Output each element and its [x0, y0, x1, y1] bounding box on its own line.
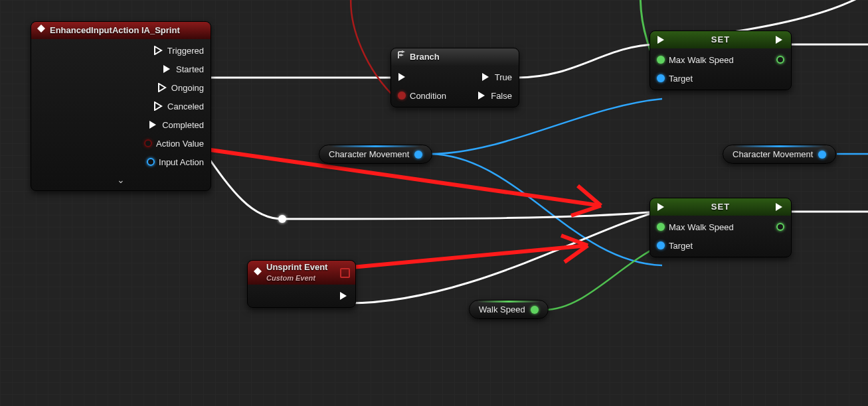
node-set-maxwalkspeed-2[interactable]: SET Max Walk Speed Target [650, 198, 792, 257]
exec-pin-icon [163, 64, 172, 74]
pin-max-walk-speed[interactable]: Max Walk Speed [657, 222, 734, 232]
pin-false[interactable]: False [477, 91, 512, 101]
node-title: SET [711, 31, 730, 48]
pin-exec-in[interactable] [657, 202, 666, 212]
custom-event-marker-icon [340, 268, 350, 278]
pin-started[interactable]: Started [163, 64, 204, 74]
pill-highlight [735, 145, 825, 147]
pin-condition[interactable]: Condition [398, 91, 446, 101]
float-pin-icon [657, 56, 665, 64]
float-pin-icon [657, 223, 665, 231]
pin-exec-out[interactable] [775, 202, 784, 212]
bool-pin-icon [144, 139, 152, 147]
pin-exec-in[interactable] [657, 35, 666, 44]
variable-walk-speed[interactable]: Walk Speed [469, 300, 549, 319]
pill-highlight [331, 145, 421, 147]
bool-pin-icon [398, 92, 406, 100]
node-enhanced-input-action[interactable]: EnhancedInputAction IA_Sprint Triggered … [31, 21, 211, 191]
pin-ongoing[interactable]: Ongoing [158, 83, 204, 93]
pin-output-value[interactable] [776, 223, 784, 231]
pin-true[interactable]: True [481, 72, 512, 82]
pin-input-action[interactable]: Input Action [147, 157, 204, 167]
variable-label: Walk Speed [479, 304, 525, 314]
pin-max-walk-speed[interactable]: Max Walk Speed [657, 55, 734, 65]
event-icon [37, 22, 46, 39]
float-pin-icon [776, 56, 784, 64]
exec-pin-icon [149, 120, 158, 129]
event-icon [253, 267, 262, 279]
pin-completed[interactable]: Completed [149, 120, 204, 130]
pin-triggered[interactable]: Triggered [154, 46, 204, 56]
pin-exec-in[interactable] [398, 72, 407, 82]
node-header[interactable]: SET [650, 198, 791, 216]
reroute-node[interactable] [278, 215, 286, 223]
node-subtitle: Custom Event [266, 273, 327, 283]
object-pin-icon [657, 241, 665, 249]
node-title: EnhancedInputAction IA_Sprint [50, 22, 180, 39]
node-header[interactable]: EnhancedInputAction IA_Sprint [31, 22, 211, 39]
node-title: Unsprint Event [266, 262, 327, 273]
expand-chevron-icon[interactable]: ⌄ [116, 174, 126, 185]
blueprint-graph-canvas[interactable]: EnhancedInputAction IA_Sprint Triggered … [0, 0, 868, 406]
branch-icon [396, 48, 406, 66]
node-title: SET [711, 198, 730, 216]
exec-pin-icon [339, 291, 349, 301]
node-header[interactable]: SET [650, 31, 791, 48]
node-header[interactable]: Unsprint Event Custom Event [248, 261, 355, 285]
node-branch[interactable]: Branch True Condition False [391, 48, 519, 107]
variable-label: Character Movement [733, 149, 813, 159]
node-unsprint-event[interactable]: Unsprint Event Custom Event [247, 260, 356, 308]
object-pin-icon[interactable] [818, 151, 826, 159]
node-set-maxwalkspeed-1[interactable]: SET Max Walk Speed Target [650, 31, 792, 90]
object-pin-icon [657, 74, 665, 82]
pill-highlight [477, 301, 540, 303]
float-pin-icon [776, 223, 784, 231]
pin-exec-out[interactable] [339, 291, 349, 301]
variable-label: Character Movement [329, 149, 409, 159]
variable-character-movement-1[interactable]: Character Movement [319, 145, 432, 164]
pin-exec-out[interactable] [775, 35, 784, 44]
float-pin-icon[interactable] [531, 306, 539, 314]
pin-target[interactable]: Target [657, 241, 693, 251]
exec-pin-icon [398, 72, 407, 82]
node-title: Branch [410, 48, 440, 66]
node-header[interactable]: Branch [391, 48, 519, 66]
pin-action-value[interactable]: Action Value [144, 139, 204, 149]
exec-pin-icon [154, 102, 163, 111]
exec-pin-icon [477, 91, 487, 100]
exec-pin-icon [154, 46, 163, 55]
exec-pin-icon [481, 72, 491, 82]
object-pin-icon[interactable] [414, 151, 422, 159]
pin-output-value[interactable] [776, 56, 784, 64]
exec-pin-icon [158, 83, 167, 92]
pin-canceled[interactable]: Canceled [154, 102, 204, 111]
variable-character-movement-2[interactable]: Character Movement [723, 145, 836, 164]
object-pin-icon [147, 158, 155, 166]
pin-target[interactable]: Target [657, 74, 693, 84]
